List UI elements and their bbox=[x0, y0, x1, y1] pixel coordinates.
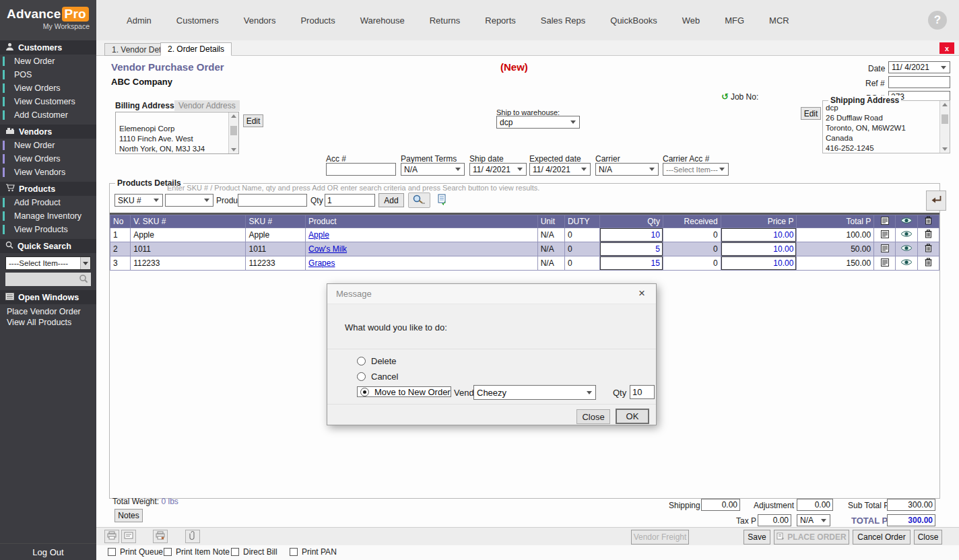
logout-button[interactable]: Log Out bbox=[0, 543, 96, 560]
sidebar-item-view-products[interactable]: View Products bbox=[0, 223, 96, 236]
nav-item-returns[interactable]: Returns bbox=[430, 15, 461, 26]
nav-item-web[interactable]: Web bbox=[682, 15, 700, 26]
sidebar-item-view-orders[interactable]: View Orders bbox=[0, 81, 96, 95]
shipping-input[interactable]: 0.00 bbox=[701, 499, 740, 511]
job-recycle-icon[interactable]: ↺ bbox=[721, 92, 729, 102]
row-delete-button[interactable] bbox=[917, 256, 939, 271]
billing-address-box[interactable]: Elemenopi Corp 1110 Finch Ave. West Nort… bbox=[115, 112, 239, 154]
qty-input[interactable]: 1 bbox=[325, 194, 375, 207]
expected-date-select[interactable]: 11/ 4/2021 bbox=[529, 163, 591, 176]
sidebar-item-view-orders[interactable]: View Orders bbox=[0, 152, 96, 166]
acc-input[interactable] bbox=[326, 163, 396, 176]
print-button[interactable] bbox=[104, 530, 119, 543]
quick-search-select[interactable]: ----Select Item---- bbox=[5, 256, 91, 270]
carrier-select[interactable]: N/A bbox=[595, 163, 659, 176]
nav-item-mcr[interactable]: MCR bbox=[769, 15, 789, 26]
row-delete-button[interactable] bbox=[917, 228, 939, 242]
sku-value-select[interactable] bbox=[165, 194, 213, 207]
row-qty-input[interactable]: 15 bbox=[600, 256, 663, 270]
quick-search-input[interactable] bbox=[5, 273, 91, 286]
row-notes-button[interactable] bbox=[874, 228, 896, 242]
notes-button[interactable]: Notes bbox=[114, 509, 143, 522]
search-products-button[interactable] bbox=[408, 193, 430, 208]
dialog-vendor-select[interactable]: Cheezy bbox=[473, 385, 596, 400]
ship-to-warehouse-select[interactable]: dcp bbox=[496, 116, 580, 129]
cancel-order-button[interactable]: Cancel Order bbox=[853, 530, 911, 545]
sku-type-select[interactable]: SKU # bbox=[114, 194, 163, 207]
payment-terms-select[interactable]: N/A bbox=[401, 163, 465, 176]
tab-order-details[interactable]: 2. Order Details bbox=[160, 42, 232, 56]
row-qty-input[interactable]: 10 bbox=[600, 228, 663, 242]
row-notes-button[interactable] bbox=[874, 242, 896, 256]
attachment-button[interactable] bbox=[185, 530, 200, 543]
tax-input[interactable]: 0.00 bbox=[758, 514, 791, 526]
open-window-place-vendor-order[interactable]: Place Vendor Order bbox=[0, 306, 96, 317]
row-price-input[interactable]: 10.00 bbox=[721, 228, 797, 242]
checkbox-print-item-note[interactable]: Print Item Note bbox=[164, 547, 230, 557]
close-tab-icon[interactable]: x bbox=[939, 42, 954, 54]
checkbox-print-queue[interactable]: Print Queue bbox=[108, 547, 163, 557]
dialog-qty-input[interactable]: 10 bbox=[630, 385, 655, 399]
nav-item-vendors[interactable]: Vendors bbox=[244, 15, 276, 26]
place-order-button[interactable]: PLACE ORDER bbox=[774, 530, 849, 545]
sidebar-item-add-product[interactable]: Add Product bbox=[0, 196, 96, 209]
dialog-close-icon[interactable]: × bbox=[634, 287, 649, 300]
adjustment-input[interactable]: 0.00 bbox=[797, 499, 833, 511]
product-input[interactable] bbox=[238, 194, 307, 207]
nav-item-sales-reps[interactable]: Sales Reps bbox=[541, 15, 585, 26]
dialog-close-button[interactable]: Close bbox=[576, 409, 610, 424]
help-icon[interactable]: ? bbox=[928, 11, 947, 30]
sidebar-item-manage-inventory[interactable]: Manage Inventory bbox=[0, 209, 96, 223]
product-link[interactable]: Cow's Milk bbox=[308, 244, 347, 254]
save-button[interactable]: Save bbox=[743, 530, 770, 545]
row-view-button[interactable] bbox=[896, 242, 917, 256]
radio-cancel[interactable]: Cancel bbox=[357, 371, 398, 382]
product-link[interactable]: Grapes bbox=[308, 258, 335, 268]
edit-shipping-button[interactable]: Edit bbox=[801, 107, 821, 120]
enter-arrow-button[interactable] bbox=[926, 190, 946, 211]
row-view-button[interactable] bbox=[896, 228, 917, 242]
row-qty-input[interactable]: 5 bbox=[600, 242, 663, 256]
nav-item-products[interactable]: Products bbox=[300, 15, 335, 26]
checkbox-print-pan[interactable]: Print PAN bbox=[290, 547, 337, 557]
print-preview-button[interactable] bbox=[153, 530, 168, 543]
ref-input[interactable] bbox=[888, 76, 950, 88]
row-view-button[interactable] bbox=[896, 256, 917, 271]
add-button[interactable]: Add bbox=[378, 193, 404, 207]
product-link[interactable]: Apple bbox=[308, 230, 329, 240]
sidebar-item-view-vendors[interactable]: View Vendors bbox=[0, 166, 96, 179]
nav-item-warehouse[interactable]: Warehouse bbox=[360, 15, 405, 26]
nav-item-mfg[interactable]: MFG bbox=[725, 15, 744, 26]
radio-move-to-new-order[interactable]: Move to New Order bbox=[357, 386, 451, 397]
sidebar-item-view-customers[interactable]: View Customers bbox=[0, 95, 96, 108]
email-button[interactable] bbox=[121, 530, 136, 543]
nav-item-customers[interactable]: Customers bbox=[176, 15, 219, 26]
nav-item-quickbooks[interactable]: QuickBooks bbox=[610, 15, 657, 26]
checkbox-direct-bill[interactable]: Direct Bill bbox=[231, 547, 277, 557]
nav-item-admin[interactable]: Admin bbox=[127, 15, 152, 26]
date-select[interactable]: 11/ 4/2021 bbox=[888, 61, 950, 73]
import-list-icon[interactable] bbox=[436, 194, 447, 207]
sidebar-item-new-order[interactable]: New Order bbox=[0, 55, 96, 68]
sidebar-item-new-order[interactable]: New Order bbox=[0, 139, 96, 152]
row-price-input[interactable]: 10.00 bbox=[721, 256, 797, 270]
dialog-ok-button[interactable]: OK bbox=[616, 409, 649, 424]
row-notes-button[interactable] bbox=[874, 256, 896, 271]
scrollbar[interactable] bbox=[939, 101, 950, 153]
carrier-acc-select[interactable]: ---Select Item--- bbox=[663, 163, 729, 176]
sidebar-item-add-customer[interactable]: Add Customer bbox=[0, 108, 96, 122]
scrollbar[interactable] bbox=[228, 112, 238, 153]
row-price-input[interactable]: 10.00 bbox=[721, 242, 797, 256]
tax-type-select[interactable]: N/A bbox=[797, 514, 830, 526]
ship-date-select[interactable]: 11/ 4/2021 bbox=[469, 163, 527, 176]
nav-item-reports[interactable]: Reports bbox=[485, 15, 516, 26]
close-button[interactable]: Close bbox=[914, 530, 942, 545]
vendor-address-tab[interactable]: Vendor Address bbox=[174, 100, 240, 111]
sidebar-item-pos[interactable]: POS bbox=[0, 68, 96, 81]
row-delete-button[interactable] bbox=[917, 242, 939, 256]
edit-billing-button[interactable]: Edit bbox=[243, 114, 263, 127]
billing-address-tab[interactable]: Billing Address bbox=[115, 101, 174, 110]
open-window-view-all-products[interactable]: View All Products bbox=[0, 317, 96, 328]
vendor-freight-button[interactable]: Vendor Freight bbox=[631, 530, 689, 545]
radio-delete[interactable]: Delete bbox=[357, 355, 397, 366]
